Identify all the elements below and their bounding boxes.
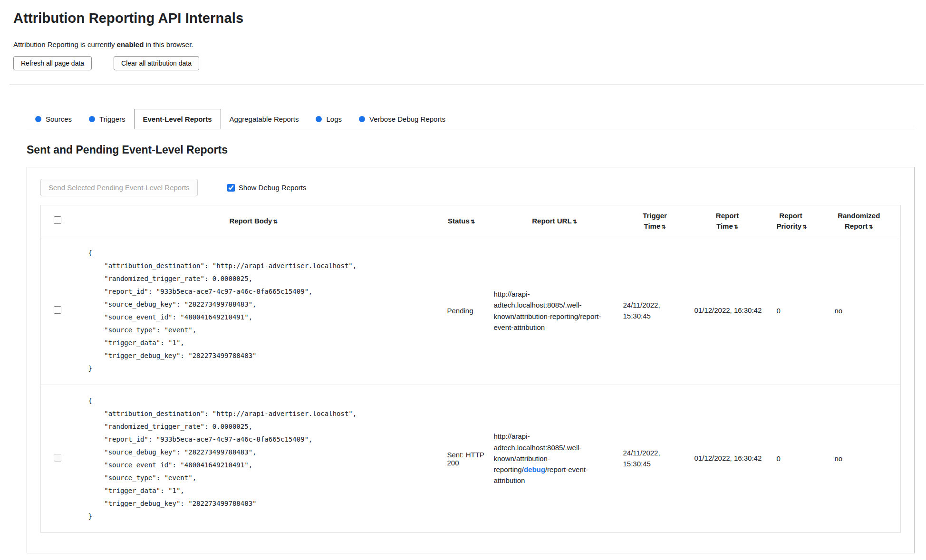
tab-label: Sources xyxy=(46,115,72,123)
col-header-report-body[interactable]: Report Body⇅ xyxy=(74,205,433,237)
col-header-label: Report Priority xyxy=(777,212,802,230)
sort-icon: ⇅ xyxy=(573,219,577,224)
section-heading: Sent and Pending Event-Level Reports xyxy=(27,144,915,156)
select-all-cell xyxy=(41,205,74,237)
show-debug-toggle[interactable]: Show Debug Reports xyxy=(227,183,307,192)
randomized-report-cell: no xyxy=(818,237,901,385)
tab-label: Event-Level Reports xyxy=(143,115,212,123)
row-select-cell xyxy=(41,237,74,385)
divider xyxy=(10,85,924,85)
panel-toolbar: Send Selected Pending Event-Level Report… xyxy=(40,179,901,196)
tab-sources[interactable]: Sources xyxy=(27,109,80,129)
page-header: Attribution Reporting API Internals Attr… xyxy=(0,0,926,70)
col-header-report-url[interactable]: Report URL⇅ xyxy=(490,205,619,237)
status-prefix: Attribution Reporting is currently xyxy=(13,40,117,48)
col-header-label: Report URL xyxy=(532,217,571,225)
reports-panel: Send Selected Pending Event-Level Report… xyxy=(27,167,915,553)
trigger-time-cell: 24/11/2022, 15:30:45 xyxy=(619,385,691,532)
sort-icon: ⇅ xyxy=(273,219,277,224)
url-prefix: http://arapi-adtech.localhost:8085/.well… xyxy=(494,290,582,320)
report-row-sent: { "attribution_destination": "http://ara… xyxy=(41,385,901,532)
tab-label: Logs xyxy=(326,115,342,123)
debug-path-segment: debug xyxy=(524,465,545,473)
reports-table: Report Body⇅ Status⇅ Report URL⇅ Trigger… xyxy=(40,205,901,533)
data-dot-icon xyxy=(359,116,365,122)
sort-icon: ⇅ xyxy=(734,224,738,230)
report-time-cell: 01/12/2022, 16:30:42 xyxy=(691,385,764,532)
tab-label: Aggregatable Reports xyxy=(230,115,299,123)
tab-verbose-debug-reports[interactable]: Verbose Debug Reports xyxy=(350,109,454,129)
col-header-report-priority[interactable]: Report Priority⇅ xyxy=(764,205,818,237)
header-actions: Refresh all page data Clear all attribut… xyxy=(13,56,913,70)
col-header-label: Status xyxy=(448,217,470,225)
report-priority-cell: 0 xyxy=(764,385,818,532)
table-header-row: Report Body⇅ Status⇅ Report URL⇅ Trigger… xyxy=(41,205,901,237)
report-body-json: { "attribution_destination": "http://ara… xyxy=(78,244,429,378)
data-dot-icon xyxy=(89,116,95,122)
status-text: Attribution Reporting is currently enabl… xyxy=(13,40,913,48)
col-header-report-time[interactable]: Report Time⇅ xyxy=(691,205,764,237)
refresh-all-button[interactable]: Refresh all page data xyxy=(13,56,92,70)
status-suffix: in this browser. xyxy=(144,40,193,48)
data-dot-icon xyxy=(316,116,322,122)
page-title: Attribution Reporting API Internals xyxy=(13,10,913,26)
send-selected-button[interactable]: Send Selected Pending Event-Level Report… xyxy=(40,179,198,196)
tab-label: Verbose Debug Reports xyxy=(369,115,445,123)
sort-icon: ⇅ xyxy=(868,224,873,230)
sort-icon: ⇅ xyxy=(802,224,807,230)
select-all-checkbox[interactable] xyxy=(54,216,61,224)
col-header-randomized-report[interactable]: Randomized Report⇅ xyxy=(818,205,901,237)
report-row-pending: { "attribution_destination": "http://ara… xyxy=(41,237,901,385)
report-body-json: { "attribution_destination": "http://ara… xyxy=(78,392,429,526)
tab-aggregatable-reports[interactable]: Aggregatable Reports xyxy=(221,109,308,129)
report-priority-cell: 0 xyxy=(764,237,818,385)
row-select-cell xyxy=(41,385,74,532)
status-cell: Sent: HTTP 200 xyxy=(433,385,490,532)
report-time-cell: 01/12/2022, 16:30:42 xyxy=(691,237,764,385)
sort-icon: ⇅ xyxy=(471,219,475,224)
tab-event-level-reports[interactable]: Event-Level Reports xyxy=(134,109,221,129)
sort-icon: ⇅ xyxy=(661,224,666,230)
report-body-cell: { "attribution_destination": "http://ara… xyxy=(74,237,433,385)
tab-triggers[interactable]: Triggers xyxy=(80,109,134,129)
randomized-report-cell: no xyxy=(818,385,901,532)
tab-bar: Sources Triggers Event-Level Reports Agg… xyxy=(27,109,915,129)
trigger-time-cell: 24/11/2022, 15:30:45 xyxy=(619,237,691,385)
data-dot-icon xyxy=(35,116,41,122)
col-header-label: Report Body xyxy=(229,217,272,225)
tab-label: Triggers xyxy=(99,115,125,123)
main-content: Sources Triggers Event-Level Reports Agg… xyxy=(0,109,926,553)
col-header-label: Randomized Report xyxy=(838,212,880,230)
report-body-cell: { "attribution_destination": "http://ara… xyxy=(74,385,433,532)
report-url-cell: http://arapi-adtech.localhost:8085/.well… xyxy=(490,237,619,385)
tab-logs[interactable]: Logs xyxy=(307,109,350,129)
clear-all-button[interactable]: Clear all attribution data xyxy=(114,56,199,70)
row-select-checkbox[interactable] xyxy=(54,306,61,314)
row-select-checkbox-disabled xyxy=(54,454,61,462)
attribution-internals-page: Attribution Reporting API Internals Attr… xyxy=(0,0,926,560)
col-header-trigger-time[interactable]: Trigger Time⇅ xyxy=(619,205,691,237)
show-debug-label: Show Debug Reports xyxy=(239,183,307,192)
col-header-status[interactable]: Status⇅ xyxy=(433,205,490,237)
show-debug-checkbox[interactable] xyxy=(227,184,235,192)
report-url-cell: http://arapi-adtech.localhost:8085/.well… xyxy=(490,385,619,532)
status-enabled-emphasis: enabled xyxy=(117,40,144,48)
status-cell: Pending xyxy=(433,237,490,385)
